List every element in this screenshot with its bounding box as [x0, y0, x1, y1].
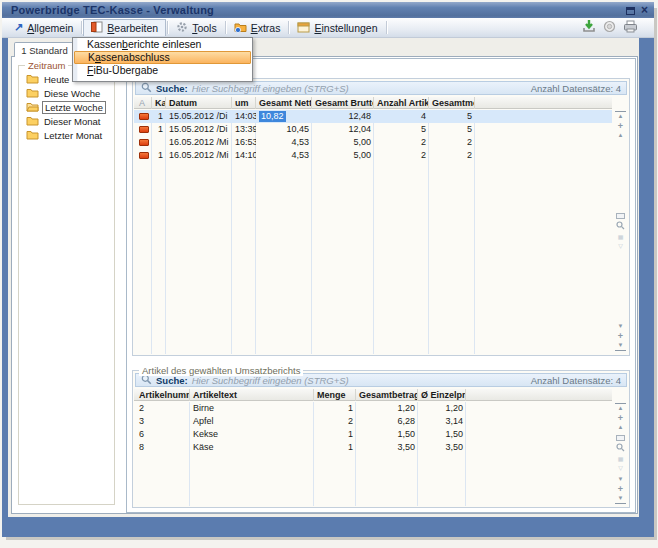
report-icon: [139, 152, 149, 159]
window-border-left: [2, 38, 8, 537]
table-row[interactable]: 8 Käse 1 3,50 3,50: [134, 441, 612, 454]
table-row[interactable]: 16.05.2012 /Mi 16:53 4,53 5,00 2 2: [134, 136, 612, 149]
column-header-brutto[interactable]: Gesamt Brutto▲: [312, 97, 374, 109]
print-button[interactable]: [623, 19, 638, 37]
column-header-artikelnummer[interactable]: Artikelnummer: [136, 389, 190, 401]
tree-item-letzter-monat[interactable]: Letzter Monat: [19, 128, 114, 142]
column-header-gesamtbetrag[interactable]: Gesamtbetrag: [356, 389, 418, 401]
page-up-icon[interactable]: +: [615, 122, 626, 130]
folder-icon: [26, 129, 39, 142]
search-icon: [141, 82, 152, 95]
row-up-icon[interactable]: ▲: [615, 424, 626, 431]
filter-icon[interactable]: ▽: [615, 465, 626, 472]
search-placeholder: Hier Suchbegriff eingeben (STRG+S): [192, 375, 349, 386]
card-view-icon[interactable]: [616, 435, 625, 441]
row-down-icon[interactable]: ▼: [615, 476, 626, 483]
table-row[interactable]: 1 16.05.2012 /Mi 14:10 4,53 5,00 2 2: [134, 149, 612, 162]
folder-icon: [26, 73, 39, 86]
record-count: Anzahl Datensätze: 4: [531, 83, 621, 94]
menu-bearbeiten[interactable]: Bearbeiten: [83, 19, 166, 36]
menu-item-kassenberichte-einlesen[interactable]: Kassenberichte einlesen: [74, 38, 251, 51]
notebook-icon: [91, 21, 103, 35]
column-header-um[interactable]: um: [232, 97, 256, 109]
content-page: Zeitraum Heute Diese Woche Letzte Woche …: [11, 56, 638, 514]
grid-icon[interactable]: ▦: [615, 456, 626, 463]
table-row[interactable]: 1 15.05.2012 /Di 13:39 10,45 12,04 5 5: [134, 123, 612, 136]
reports-body: 1 15.05.2012 /Di 14:03 10,82 12,48 4 5 1…: [134, 110, 612, 354]
toolbar-separator: [225, 21, 226, 34]
scroll-top-icon[interactable]: ▲: [615, 403, 626, 412]
articles-grid: Artikel des gewählten Umsatzberichts Suc…: [132, 370, 630, 508]
focused-cell-editor[interactable]: 10,82: [256, 110, 312, 123]
menu-bearbeiten-label: Bearbeiten: [107, 22, 158, 34]
menu-allgemein-label: Allgemein: [27, 22, 73, 34]
grid-search-icon[interactable]: [615, 221, 626, 232]
column-header-netto[interactable]: Gesamt Netto: [256, 97, 312, 109]
column-header-artikeltext[interactable]: Artikeltext: [190, 389, 314, 401]
toolbar-separator: [288, 21, 289, 34]
menu-einstellungen[interactable]: Einstellungen: [290, 19, 384, 36]
application-window: Powerbridge TEC-Kasse - Verwaltung × ↗ A…: [0, 0, 658, 548]
table-row[interactable]: 2 Birne 1 1,20 1,20: [134, 402, 612, 415]
row-down-icon[interactable]: ▼: [615, 323, 626, 330]
column-header-a[interactable]: A: [136, 97, 152, 109]
title-bar: Powerbridge TEC-Kasse - Verwaltung ×: [2, 2, 654, 18]
toolbar-separator: [81, 21, 82, 34]
groupbox-label: Zeitraum: [25, 60, 68, 71]
column-header-menge[interactable]: Gesamtmeng: [429, 97, 475, 109]
table-row[interactable]: 3 Apfel 2 6,28 3,14: [134, 415, 612, 428]
table-row[interactable]: 1 15.05.2012 /Di 14:03 10,82 12,48 4 5: [134, 110, 612, 123]
articles-group-label: Artikel des gewählten Umsatzberichts: [139, 365, 303, 376]
reports-search-bar[interactable]: Suche: Hier Suchbegriff eingeben (STRG+S…: [135, 81, 627, 95]
import-button[interactable]: [582, 19, 596, 37]
scroll-bottom-icon[interactable]: ▼: [615, 495, 626, 504]
menu-toolbar: ↗ Allgemein Bearbeiten Tools Extras Eins…: [2, 18, 654, 38]
search-label: Suche:: [156, 375, 188, 386]
window-border-bottom: [2, 517, 654, 537]
menu-extras-label: Extras: [251, 22, 281, 34]
menu-item-kassenabschluss[interactable]: Kassenabschluss: [74, 51, 251, 64]
menu-item-fibu-uebergabe[interactable]: FiBu-Übergabe: [74, 64, 251, 77]
arrow-ne-icon: ↗: [14, 22, 23, 33]
toolbar-separator: [167, 21, 168, 34]
grid-nav-strip[interactable]: ▲ + ▲ ▦ ▽ ▼ + ▼: [614, 403, 627, 503]
menu-extras[interactable]: Extras: [227, 19, 288, 36]
tree-item-label: Diese Woche: [42, 88, 102, 99]
page-up-icon[interactable]: +: [615, 414, 626, 422]
row-up-icon[interactable]: ▲: [615, 132, 626, 139]
restore-icon: [626, 7, 635, 15]
window-border-right: [639, 38, 654, 537]
column-header-menge[interactable]: Menge: [314, 389, 356, 401]
grid-search-icon[interactable]: [615, 443, 626, 454]
scroll-top-icon[interactable]: ▲: [615, 111, 626, 120]
column-header-datum[interactable]: Datum: [166, 97, 232, 109]
report-icon: [139, 126, 149, 133]
record-count: Anzahl Datensätze: 4: [531, 375, 621, 386]
scroll-bottom-icon[interactable]: ▼: [615, 342, 626, 351]
gear-icon: [176, 21, 188, 35]
seal-button[interactable]: [603, 19, 616, 37]
card-view-icon[interactable]: [616, 213, 625, 219]
menu-allgemein[interactable]: ↗ Allgemein: [7, 19, 80, 36]
restore-button[interactable]: [626, 1, 635, 19]
tab-standard[interactable]: 1 Standard: [14, 42, 75, 57]
grid-icon[interactable]: ▦: [615, 234, 626, 241]
report-icon: [139, 113, 149, 120]
tree-item-letzte-woche[interactable]: Letzte Woche: [19, 100, 114, 114]
table-row[interactable]: 6 Kekse 1 1,50 1,50: [134, 428, 612, 441]
toolbar-separator: [386, 21, 387, 34]
column-header-einzelpreis[interactable]: Ø Einzelpreis: [418, 389, 466, 401]
tree-item-dieser-monat[interactable]: Dieser Monat: [19, 114, 114, 128]
tree-item-diese-woche[interactable]: Diese Woche: [19, 86, 114, 100]
menu-tools[interactable]: Tools: [169, 19, 224, 36]
close-button[interactable]: ×: [641, 3, 648, 17]
page-down-icon[interactable]: +: [615, 332, 626, 340]
menu-einstellungen-label: Einstellungen: [314, 22, 377, 34]
page-down-icon[interactable]: +: [615, 485, 626, 493]
column-header-anzahl[interactable]: Anzahl Artikel: [374, 97, 429, 109]
reports-grid: Suche: Hier Suchbegriff eingeben (STRG+S…: [132, 78, 630, 356]
filter-icon[interactable]: ▽: [615, 243, 626, 250]
sort-asc-icon: ▲: [365, 98, 371, 109]
grid-nav-strip[interactable]: ▲ + ▲ ▦ ▽ ▼ + ▼: [614, 111, 627, 351]
column-header-ka[interactable]: Ka: [152, 97, 166, 109]
